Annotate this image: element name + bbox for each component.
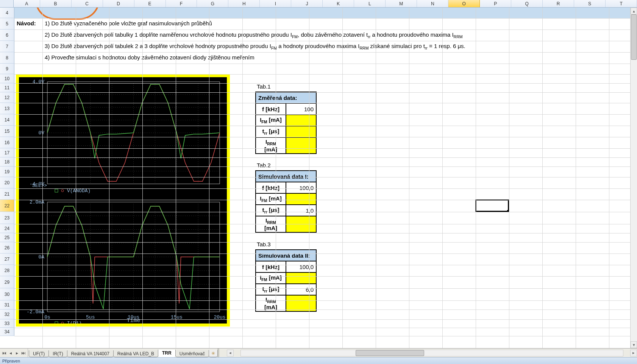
row-header-28[interactable]: 28: [0, 265, 14, 276]
tab-nav-last[interactable]: ⏭: [21, 350, 26, 356]
gridline-row: [14, 92, 637, 93]
row-header-33[interactable]: 33: [0, 319, 14, 328]
col-header-I[interactable]: I: [260, 0, 291, 7]
row-header-8[interactable]: 8: [0, 52, 14, 64]
row-header-32[interactable]: 32: [0, 310, 14, 319]
hscroll-right-button[interactable]: ▸: [630, 350, 637, 356]
col-header-C[interactable]: C: [72, 0, 103, 7]
gridline-col: [576, 8, 576, 348]
col-header-L[interactable]: L: [354, 0, 386, 7]
row-header-29[interactable]: 29: [0, 276, 14, 288]
tab-nav-prev[interactable]: ◂: [8, 350, 13, 356]
gridline-row: [14, 83, 637, 84]
table-2[interactable]: Simulovaná data I:f [kHz]100,0IFM [mA]tr…: [255, 170, 317, 233]
row-header-5[interactable]: 5: [0, 18, 14, 30]
select-all-corner[interactable]: [0, 0, 14, 7]
row-header-11[interactable]: 11: [0, 83, 14, 92]
row-header-4[interactable]: 4: [0, 8, 14, 18]
table-row-value[interactable]: 100: [286, 103, 316, 115]
row-header-30[interactable]: 30: [0, 288, 14, 300]
table-row-value[interactable]: [286, 193, 316, 205]
row-header-7[interactable]: 7: [0, 41, 14, 52]
vertical-scrollbar[interactable]: ▴ ▾: [630, 8, 637, 348]
row-header-18[interactable]: 18: [0, 157, 14, 166]
col-header-F[interactable]: F: [166, 0, 197, 7]
row-header-19[interactable]: 19: [0, 166, 14, 177]
row-header-31[interactable]: 31: [0, 300, 14, 310]
tab-nav-next[interactable]: ▸: [14, 350, 20, 356]
table-row-value[interactable]: [286, 295, 316, 311]
row-header-16[interactable]: 16: [0, 137, 14, 148]
table-row-value[interactable]: 100,0: [286, 182, 316, 193]
svg-text:SEL>>: SEL>>: [32, 183, 47, 188]
table-row-label: trr [μs]: [256, 205, 286, 216]
col-header-P[interactable]: P: [480, 0, 511, 7]
hscroll-left-button[interactable]: ◂: [227, 350, 234, 356]
row-header-23[interactable]: 23: [0, 212, 14, 224]
row-header-12[interactable]: 12: [0, 92, 14, 103]
sheet-tab-bar: ⏮ ◂ ▸ ⏭ UF(T)IR(T)Reálná VA 1N4007Reálná…: [0, 348, 637, 357]
col-header-T[interactable]: T: [606, 0, 637, 7]
col-header-M[interactable]: M: [386, 0, 417, 7]
gridline-row: [14, 254, 637, 254]
scroll-up-button[interactable]: ▴: [631, 8, 637, 14]
col-header-N[interactable]: N: [417, 0, 448, 7]
row-header-25[interactable]: 25: [0, 233, 14, 242]
gridline-row: [14, 103, 637, 103]
col-header-Q[interactable]: Q: [511, 0, 543, 7]
table-row-value[interactable]: 6,0: [286, 284, 316, 295]
sheet-tab-TRR[interactable]: TRR: [158, 350, 176, 357]
col-header-G[interactable]: G: [197, 0, 228, 7]
table-1[interactable]: Změřená data:f [kHz]100IFM [mA]trr [μs]I…: [255, 92, 317, 154]
scroll-down-button[interactable]: ▾: [631, 341, 637, 348]
row-header-9[interactable]: 9: [0, 64, 14, 74]
col-header-K[interactable]: K: [323, 0, 354, 7]
col-header-B[interactable]: B: [40, 0, 72, 7]
tab-nav-first[interactable]: ⏮: [2, 350, 7, 356]
worksheet-grid[interactable]: Návod: 1) Do žlutě vyznačeného pole vlož…: [14, 8, 637, 348]
row-header-27[interactable]: 27: [0, 254, 14, 265]
row-header-22[interactable]: 22: [0, 200, 14, 212]
col-header-E[interactable]: E: [134, 0, 166, 7]
vscroll-thumb[interactable]: [631, 14, 637, 60]
sheet-tab-Reálná-VA-LED_B[interactable]: Reálná VA LED_B: [113, 350, 158, 357]
sheet-tab-UF(T)[interactable]: UF(T): [29, 350, 49, 357]
hscroll-track[interactable]: [240, 350, 623, 356]
col-header-S[interactable]: S: [574, 0, 606, 7]
sheet-tab-Usměrňovač[interactable]: Usměrňovač: [175, 350, 209, 357]
table-row-label: f [kHz]: [256, 182, 286, 193]
col-header-A[interactable]: A: [14, 0, 40, 7]
row-header-17[interactable]: 17: [0, 148, 14, 157]
svg-text:-2.0mA: -2.0mA: [27, 309, 44, 315]
row-header-15[interactable]: 15: [0, 126, 14, 137]
gridline-row: [14, 212, 637, 212]
table-row-value[interactable]: [286, 115, 316, 126]
row-headers: 4567891011121314151617181920212223242526…: [0, 8, 14, 336]
row-header-10[interactable]: 10: [0, 74, 14, 83]
col-header-D[interactable]: D: [103, 0, 134, 7]
col-header-O[interactable]: O: [448, 0, 480, 7]
col-header-J[interactable]: J: [291, 0, 323, 7]
sheet-tab-Reálná-VA-1N4007[interactable]: Reálná VA 1N4007: [67, 350, 114, 357]
row-header-24[interactable]: 24: [0, 224, 14, 233]
insert-sheet-tab[interactable]: ✳: [209, 350, 218, 357]
row-header-34[interactable]: 34: [0, 328, 14, 336]
gridline-col: [409, 8, 409, 348]
col-header-H[interactable]: H: [228, 0, 260, 7]
table-3[interactable]: Simulovaná data II:f [kHz]100,0IFM [mA]t…: [255, 249, 317, 312]
hscroll-thumb[interactable]: [356, 350, 425, 356]
row-header-20[interactable]: 20: [0, 177, 14, 188]
table-row-value[interactable]: [286, 137, 316, 154]
table-row-value[interactable]: 100,0: [286, 261, 316, 272]
row-header-13[interactable]: 13: [0, 103, 14, 114]
row-header-21[interactable]: 21: [0, 188, 14, 200]
table-row-value[interactable]: [286, 126, 316, 137]
svg-point-20: [61, 190, 64, 192]
sheet-tab-IR(T)[interactable]: IR(T): [48, 350, 67, 357]
col-header-R[interactable]: R: [543, 0, 574, 7]
row-header-6[interactable]: 6: [0, 30, 14, 41]
row-header-14[interactable]: 14: [0, 114, 14, 126]
table-row-value[interactable]: [286, 272, 316, 284]
row-header-26[interactable]: 26: [0, 242, 14, 254]
table-row-value[interactable]: 1,0: [286, 205, 316, 216]
